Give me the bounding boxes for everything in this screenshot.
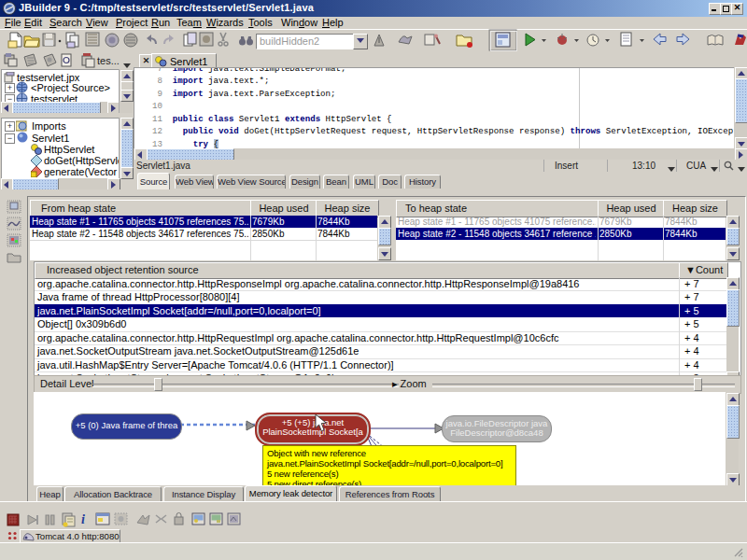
- svg-text:i: i: [81, 512, 85, 526]
